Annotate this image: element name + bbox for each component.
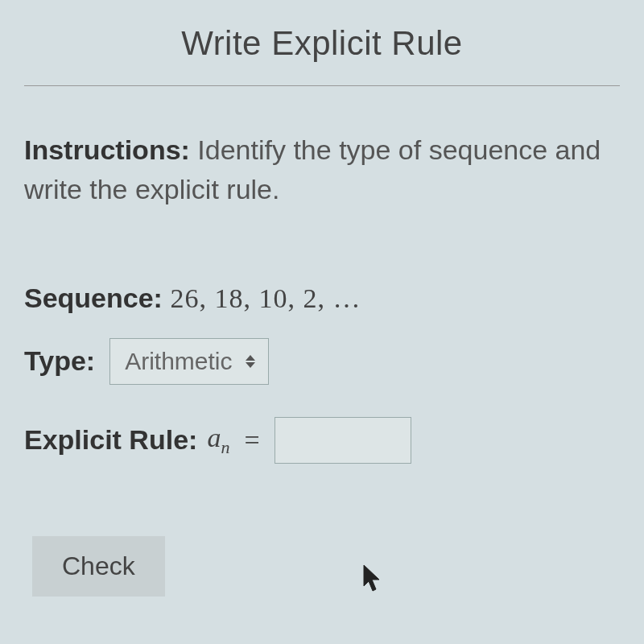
divider [24, 85, 620, 86]
explicit-rule-row: Explicit Rule: an = [24, 417, 620, 464]
sequence-row: Sequence: 26, 18, 10, 2, … [24, 283, 620, 314]
type-select[interactable]: Arithmetic [109, 338, 268, 385]
cursor-icon [362, 564, 383, 592]
formula-variable: an [207, 423, 229, 458]
check-button[interactable]: Check [32, 536, 165, 597]
type-label: Type: [24, 345, 95, 377]
equals-sign: = [244, 425, 259, 456]
instructions-label: Instructions: [24, 134, 190, 165]
type-selected-value: Arithmetic [125, 348, 232, 375]
instructions-text: Instructions: Identify the type of seque… [24, 130, 620, 210]
type-row: Type: Arithmetic [24, 338, 620, 385]
sequence-label: Sequence: [24, 283, 163, 313]
page-title: Write Explicit Rule [24, 24, 620, 63]
explicit-rule-input[interactable] [275, 417, 411, 464]
explicit-rule-label: Explicit Rule: [24, 424, 197, 456]
sequence-value: 26, 18, 10, 2, … [170, 283, 361, 313]
select-stepper-icon [246, 355, 255, 368]
